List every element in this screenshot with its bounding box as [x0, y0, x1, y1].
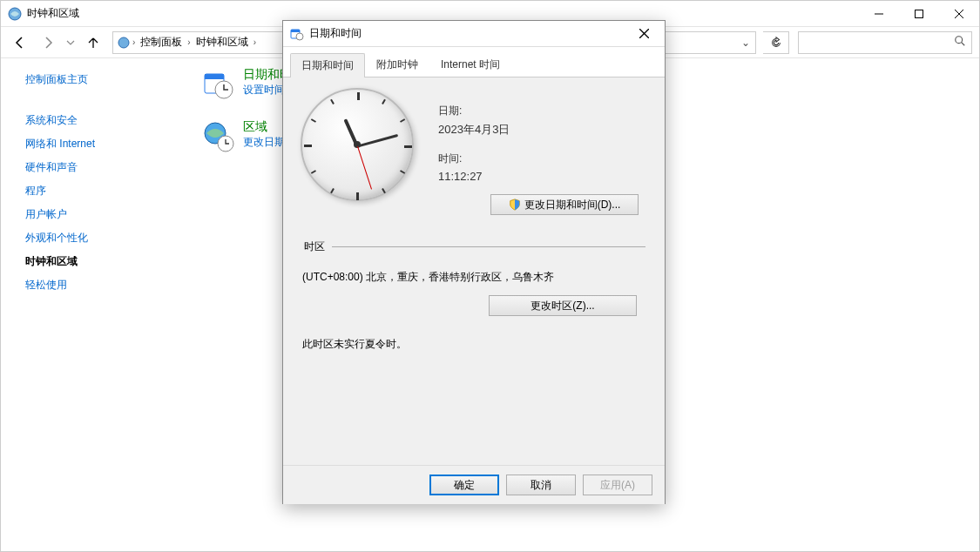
date-value: 2023年4月3日: [438, 122, 510, 138]
change-timezone-button-label: 更改时区(Z)...: [531, 299, 594, 313]
timezone-group: 时区 (UTC+08:00) 北京，重庆，香港特别行政区，乌鲁木齐 更改时区(Z…: [302, 239, 645, 352]
tab-datetime[interactable]: 日期和时间: [290, 53, 365, 77]
svg-rect-10: [291, 30, 300, 32]
cancel-button[interactable]: 取消: [506, 475, 576, 495]
up-button[interactable]: [81, 30, 105, 55]
clock-icon: [201, 67, 236, 102]
refresh-button[interactable]: [763, 31, 789, 54]
dst-note: 此时区未实行夏令时。: [302, 337, 645, 352]
timezone-value: (UTC+08:00) 北京，重庆，香港特别行政区，乌鲁木齐: [302, 270, 645, 285]
svg-point-3: [956, 37, 963, 44]
analog-clock: [301, 88, 414, 201]
sidebar-item-clock-region[interactable]: 时钟和区域: [25, 254, 173, 269]
sidebar-item-user-accounts[interactable]: 用户帐户: [25, 207, 173, 222]
sidebar-item-ease-of-access[interactable]: 轻松使用: [25, 278, 173, 293]
shield-icon: [509, 199, 521, 211]
app-icon: [8, 7, 22, 21]
search-box[interactable]: [798, 31, 972, 54]
back-button[interactable]: [8, 30, 32, 55]
window-controls: [859, 1, 979, 27]
close-button[interactable]: [939, 1, 979, 27]
window-title: 时钟和区域: [27, 6, 859, 21]
svg-point-2: [118, 37, 129, 48]
sidebar-item-appearance[interactable]: 外观和个性化: [25, 231, 173, 246]
address-dropdown[interactable]: ⌄: [740, 37, 752, 49]
change-datetime-button-label: 更改日期和时间(D)...: [524, 198, 621, 212]
timezone-legend: 时区: [302, 239, 332, 254]
search-icon: [954, 35, 966, 50]
minimize-button[interactable]: [859, 1, 899, 27]
sidebar: 控制面板主页 系统和安全 网络和 Internet 硬件和声音 程序 用户帐户 …: [1, 58, 184, 551]
globe-clock-icon: [201, 119, 236, 154]
time-value: 11:12:27: [438, 170, 510, 183]
date-label: 日期:: [438, 104, 510, 118]
breadcrumb-control-panel[interactable]: 控制面板: [137, 35, 186, 50]
control-panel-window: 时钟和区域 › 控制面板 › 时钟和区域 › ⌄ 控制面板主页: [0, 0, 980, 552]
dialog-title: 日期和时间: [309, 26, 626, 41]
tab-additional-clocks[interactable]: 附加时钟: [365, 52, 429, 77]
address-root-icon: [117, 36, 131, 50]
tab-internet-time[interactable]: Internet 时间: [429, 52, 511, 77]
svg-rect-5: [205, 74, 224, 79]
sidebar-home[interactable]: 控制面板主页: [25, 72, 173, 87]
dialog-icon: [290, 27, 304, 41]
forward-button: [36, 30, 60, 55]
svg-rect-1: [916, 10, 923, 17]
sidebar-item-network-internet[interactable]: 网络和 Internet: [25, 137, 173, 151]
dialog-tab-strip: 日期和时间 附加时钟 Internet 时间: [283, 47, 665, 77]
chevron-right-icon[interactable]: ›: [186, 37, 192, 47]
dialog-close-button[interactable]: [626, 22, 661, 46]
time-label: 时间:: [438, 151, 510, 166]
change-datetime-button[interactable]: 更改日期和时间(D)...: [490, 194, 639, 215]
search-input[interactable]: [804, 36, 954, 50]
apply-button: 应用(A): [583, 475, 652, 495]
svg-point-11: [296, 33, 303, 40]
dialog-title-bar[interactable]: 日期和时间: [283, 21, 665, 47]
maximize-button[interactable]: [899, 1, 939, 27]
change-timezone-button[interactable]: 更改时区(Z)...: [489, 295, 637, 316]
recent-button[interactable]: [64, 30, 78, 55]
dialog-body: 日期: 2023年4月3日 时间: 11:12:27 更改日期和时间(D)...…: [283, 77, 665, 465]
datetime-dialog: 日期和时间 日期和时间 附加时钟 Internet 时间 日期: 2023年4月…: [282, 20, 666, 504]
sidebar-item-programs[interactable]: 程序: [25, 184, 173, 199]
chevron-right-icon[interactable]: ›: [131, 37, 137, 47]
chevron-right-icon[interactable]: ›: [252, 37, 258, 47]
dialog-footer: 确定 取消 应用(A): [283, 465, 665, 504]
ok-button[interactable]: 确定: [429, 475, 499, 495]
sidebar-item-hardware-sound[interactable]: 硬件和声音: [25, 160, 173, 175]
sidebar-item-system-security[interactable]: 系统和安全: [25, 113, 173, 128]
datetime-info: 日期: 2023年4月3日 时间: 11:12:27: [438, 88, 510, 201]
breadcrumb-clock-region[interactable]: 时钟和区域: [193, 35, 252, 50]
